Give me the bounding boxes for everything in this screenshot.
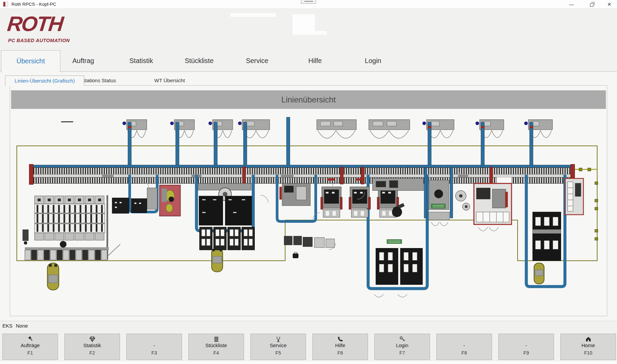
button-fkey: F9 [499,349,554,357]
f9-button[interactable]: - F9 [498,334,554,360]
case-marker [293,254,298,258]
line-overview-panel: Linienübersicht [10,85,607,316]
button-fkey: F4 [189,349,244,357]
statistik-button[interactable]: Statistik F2 [64,334,120,360]
tab-auftrag[interactable]: Auftrag [53,50,113,71]
app-header: ROTH PC BASED AUTOMATION [0,9,617,50]
eks-value: None [16,323,28,329]
restore-button[interactable] [585,0,598,9]
button-fkey: F5 [251,349,306,357]
button-label: Service [251,342,306,349]
button-fkey: F6 [313,349,368,357]
auftraege-button[interactable]: Aufträge F1 [2,334,58,360]
key-icon [375,334,430,342]
right-tower-cell [533,212,561,261]
subtab-linien-uebersicht[interactable]: Linien-Übersicht (Grafisch) [5,75,84,86]
button-fkey: F1 [3,349,58,357]
button-fkey: F2 [65,349,120,357]
subtab-wt-uebersicht[interactable]: WT Übersicht [154,75,185,86]
button-fkey: F10 [561,349,616,357]
screen-artifact [292,14,315,35]
button-label: Home [561,342,616,349]
app-window: { "window": { "title": "Roth RPCS - Kopf… [0,0,617,364]
main-conveyor [29,164,575,184]
page-title: Linienübersicht [11,90,606,109]
screen-artifact [230,13,276,17]
roth-logo: ROTH [6,13,64,34]
tab-uebersicht[interactable]: Übersicht [1,50,60,72]
boundary-cell [565,178,583,215]
button-label: Statistik [65,342,120,349]
main-tab-bar: Übersicht Auftrag Statistik Stückliste S… [0,50,617,72]
agv-right [534,263,544,284]
tab-stueckliste[interactable]: Stückliste [169,50,229,71]
subtab-stations-status[interactable]: Stations Status [82,75,116,86]
phone-icon [313,334,368,342]
logo-tagline: PC BASED AUTOMATION [8,38,70,43]
center-machining-cell [198,183,254,250]
list-icon [189,334,244,342]
button-label: - [437,342,492,349]
button-label: Hilfe [313,342,368,349]
button-fkey: F8 [437,349,492,357]
agv-center [212,248,223,272]
button-fkey: F7 [375,349,430,357]
login-button[interactable]: Login F7 [374,334,430,360]
main-content: Linien-Übersicht (Grafisch) Stations Sta… [0,72,617,321]
button-fkey: F3 [127,349,182,357]
screen-artifact [315,31,327,35]
tab-hilfe[interactable]: Hilfe [285,50,345,71]
home-button[interactable]: Home F10 [560,334,616,360]
function-key-bar: Aufträge F1 Statistik F2 - F3 Stückliste… [0,332,617,364]
app-icon [3,2,8,7]
button-label: Stückliste [189,342,244,349]
small-rack-row [25,250,107,260]
agv-left [48,263,59,290]
control-cabinets [123,120,553,138]
gavel-icon [3,334,58,342]
eks-label: EKS [2,323,12,329]
button-label: - [499,342,554,349]
stueckliste-button[interactable]: Stückliste F4 [188,334,244,360]
tab-service[interactable]: Service [227,50,287,71]
bottom-strip [0,361,617,364]
factory-floorplan-svg [11,111,606,315]
tab-statistik[interactable]: Statistik [111,50,171,71]
titlebar-collapsed-widget[interactable] [301,0,316,4]
status-bar: EKSNone [2,323,31,329]
button-label: - [127,342,182,349]
f3-button[interactable]: - F3 [126,334,182,360]
home-icon [561,334,616,342]
empty-icon [437,334,492,342]
gem-icon [65,334,120,342]
f8-button[interactable]: - F8 [436,334,492,360]
close-button[interactable]: ✕ [603,0,616,9]
line-overview-diagram [11,111,606,315]
title-bar: Roth RPCS - Kopf-PC — ✕ [0,0,617,9]
service-button[interactable]: Service F5 [250,334,306,360]
minimize-button[interactable]: — [565,0,578,9]
robot-cell [429,180,470,226]
storage-rack-area [23,195,147,260]
stethoscope-icon [251,334,306,342]
right-test-cell [474,183,512,231]
button-label: Aufträge [3,342,58,349]
restore-icon [590,3,593,7]
tab-login[interactable]: Login [343,50,403,71]
empty-icon [127,334,182,342]
empty-icon [499,334,554,342]
window-title: Roth RPCS - Kopf-PC [11,0,56,9]
button-label: Login [375,342,430,349]
hilfe-button[interactable]: Hilfe F6 [312,334,368,360]
